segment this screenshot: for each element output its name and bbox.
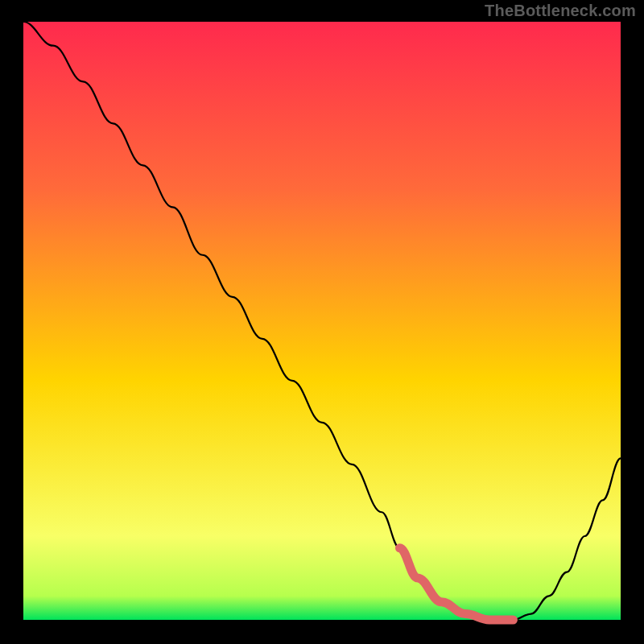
watermark-text: TheBottleneck.com	[485, 2, 636, 20]
bottleneck-chart	[0, 0, 644, 644]
chart-container: TheBottleneck.com	[0, 0, 644, 644]
gradient-background	[23, 22, 621, 620]
